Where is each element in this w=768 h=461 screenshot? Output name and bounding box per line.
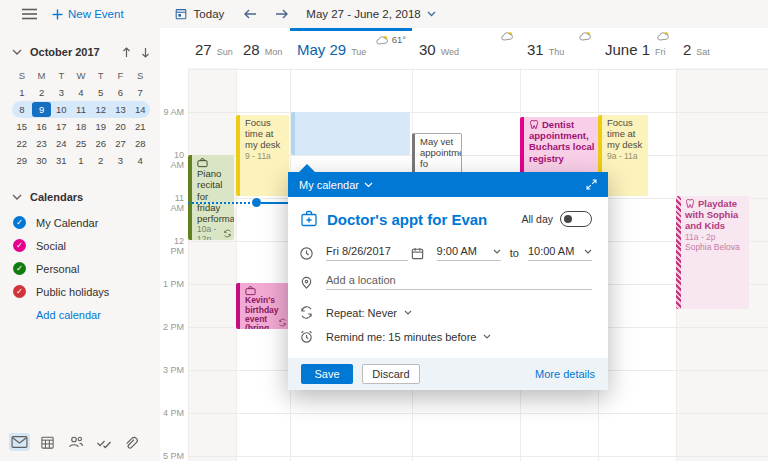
minical-day-cell[interactable]: 7: [130, 85, 150, 100]
hamburger-menu-icon[interactable]: [22, 8, 37, 20]
hour-label: 2 PM: [160, 322, 184, 332]
minical-day-cell[interactable]: 3: [111, 153, 131, 168]
day-header-fri[interactable]: June 1Fri: [598, 28, 676, 68]
calendar-list-item[interactable]: ✓Public holidays: [0, 280, 160, 303]
minical-day-cell[interactable]: 14: [130, 102, 150, 117]
event-title-input[interactable]: Doctor's appt for Evan: [327, 211, 521, 228]
day-header-wed[interactable]: 30Wed: [412, 28, 520, 68]
previous-week-arrow-icon[interactable]: [242, 8, 258, 20]
mini-calendar: October 2017 SMTWTFS12345678910111213141…: [0, 28, 160, 169]
date-range-label: May 27 - June 2, 2018: [306, 8, 420, 20]
minical-day-cell[interactable]: 1: [12, 85, 32, 100]
minical-next-month-icon[interactable]: [141, 47, 150, 58]
minical-day-cell[interactable]: 20: [111, 119, 131, 134]
minical-day-cell[interactable]: 5: [91, 85, 111, 100]
day-of-week-label: Thu: [549, 47, 565, 57]
minical-day-cell[interactable]: 25: [71, 136, 91, 151]
minical-day-cell[interactable]: 19: [91, 119, 111, 134]
minical-day-cell[interactable]: 2: [32, 85, 52, 100]
minical-day-cell[interactable]: 2: [91, 153, 111, 168]
calendar-color-check-icon: ✓: [13, 239, 26, 252]
people-app-icon[interactable]: [66, 433, 86, 451]
minical-day-cell[interactable]: 24: [51, 136, 71, 151]
location-input[interactable]: Add a location: [326, 274, 592, 290]
expand-dialog-icon[interactable]: [585, 178, 598, 191]
recurring-icon: [223, 229, 232, 238]
event-time: 11a - 2p: [685, 232, 746, 242]
minical-day-cell[interactable]: 28: [130, 136, 150, 151]
current-time-dot: [252, 198, 261, 207]
today-calendar-icon: [174, 7, 188, 21]
tasks-app-icon[interactable]: [94, 434, 114, 451]
minical-day-cell[interactable]: 11: [71, 102, 91, 117]
minical-day-cell[interactable]: 8: [12, 102, 32, 117]
minical-day-cell[interactable]: 16: [32, 119, 52, 134]
calendar-app-icon[interactable]: [38, 433, 57, 452]
date-picker-icon[interactable]: [410, 246, 425, 261]
minical-day-cell[interactable]: 15: [12, 119, 32, 134]
calendar-list-item[interactable]: ✓Personal: [0, 257, 160, 280]
minical-day-cell[interactable]: 12: [91, 102, 111, 117]
calendar-list-item[interactable]: ✓My Calendar: [0, 211, 160, 234]
collapse-chevron-icon[interactable]: [12, 194, 22, 200]
next-week-arrow-icon[interactable]: [274, 8, 290, 20]
save-button[interactable]: Save: [301, 364, 353, 384]
minical-day-cell[interactable]: 31: [51, 153, 71, 168]
minical-week-row: 891011121314: [12, 101, 150, 118]
minical-day-cell[interactable]: 29: [12, 153, 32, 168]
event-kevin[interactable]: Kevin's birthday event (bring chocolate): [236, 283, 289, 329]
minical-day-cell[interactable]: 1: [71, 153, 91, 168]
day-header-tue[interactable]: May 29Tue61°: [290, 28, 412, 68]
minical-day-cell[interactable]: 17: [51, 119, 71, 134]
minical-day-cell[interactable]: 21: [130, 119, 150, 134]
more-details-link[interactable]: More details: [535, 368, 595, 380]
day-header-sun[interactable]: 27Sun: [188, 28, 236, 68]
minical-day-cell[interactable]: 22: [12, 136, 32, 151]
minical-day-cell[interactable]: 23: [32, 136, 52, 151]
attachments-app-icon[interactable]: [123, 433, 140, 452]
minical-week-row: 15161718192021: [12, 118, 150, 135]
reminder-dropdown[interactable]: Remind me: 15 minutes before: [326, 331, 491, 343]
collapse-chevron-icon[interactable]: [12, 49, 22, 55]
minical-day-cell[interactable]: 10: [51, 102, 71, 117]
minical-prev-month-icon[interactable]: [122, 47, 131, 58]
day-header-thu[interactable]: 31Thu: [520, 28, 598, 68]
date-field[interactable]: Fri 8/26/2017: [326, 245, 408, 261]
minical-day-cell[interactable]: 30: [32, 153, 52, 168]
minical-day-cell[interactable]: 9: [32, 102, 52, 117]
new-event-button[interactable]: New Event: [52, 8, 124, 20]
start-time-dropdown[interactable]: 9:00 AM: [437, 245, 501, 261]
event-new-placeholder[interactable]: [291, 112, 410, 155]
hour-label: 10 AM: [160, 150, 184, 170]
minical-day-cell[interactable]: 18: [71, 119, 91, 134]
mail-icon: [11, 435, 28, 449]
minical-day-cell[interactable]: 6: [111, 85, 131, 100]
event-playdate[interactable]: Playdate with Sophia and Kids11a - 2pSop…: [676, 196, 749, 309]
people-icon: [68, 435, 84, 449]
discard-button[interactable]: Discard: [362, 364, 420, 384]
day-header-mon[interactable]: 28Mon: [236, 28, 290, 68]
weather-cloud-icon: [579, 31, 592, 41]
minical-day-cell[interactable]: 4: [71, 85, 91, 100]
add-calendar-link[interactable]: Add calendar: [0, 309, 160, 321]
minical-day-cell[interactable]: 3: [51, 85, 71, 100]
day-header-sat[interactable]: 2Sat: [676, 28, 768, 68]
date-range-selector[interactable]: May 27 - June 2, 2018: [306, 8, 435, 20]
minical-day-cell[interactable]: 27: [111, 136, 131, 151]
minical-day-cell[interactable]: 13: [111, 102, 131, 117]
minical-day-cell[interactable]: 4: [130, 153, 150, 168]
minical-day-cell[interactable]: 26: [91, 136, 111, 151]
dialog-header: My calendar: [288, 172, 608, 197]
repeat-dropdown[interactable]: Repeat: Never: [326, 307, 412, 319]
all-day-toggle[interactable]: [560, 211, 592, 227]
event-time: 9 - 11a: [245, 151, 286, 161]
end-time-dropdown[interactable]: 10:00 AM: [528, 245, 592, 261]
calendar-list-item[interactable]: ✓Social: [0, 234, 160, 257]
end-time-value: 10:00 AM: [528, 245, 574, 257]
chevron-down-icon[interactable]: [364, 182, 373, 188]
today-button[interactable]: Today: [174, 7, 225, 21]
calendar-picker-dropdown[interactable]: My calendar: [299, 179, 359, 191]
mail-app-icon[interactable]: [9, 433, 30, 451]
event-piano[interactable]: Piano recital for friday performance10a …: [188, 155, 234, 240]
event-focus-mon[interactable]: Focus time at my desk9 - 11a: [236, 115, 289, 196]
